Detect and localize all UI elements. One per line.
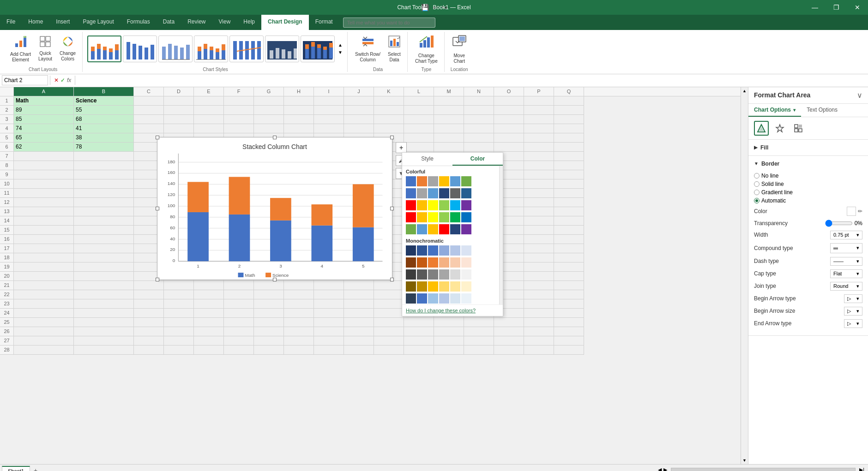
chart-container[interactable]: Stacked Column Chart 0 20 40 60 80 100 1… xyxy=(157,137,392,280)
cell-A7[interactable] xyxy=(14,152,74,161)
swatch[interactable] xyxy=(450,176,460,186)
cell-H24[interactable] xyxy=(284,309,314,318)
color-edit-icon[interactable]: ✏ xyxy=(858,208,862,215)
col-header-J[interactable]: J xyxy=(344,87,374,96)
cell-col10-1[interactable] xyxy=(374,96,404,106)
search-input[interactable] xyxy=(343,18,435,28)
cell-C26[interactable] xyxy=(134,327,164,336)
cell-F26[interactable] xyxy=(224,327,254,336)
horizontal-scrollbar[interactable] xyxy=(671,468,856,471)
cell-B22[interactable] xyxy=(74,290,134,299)
cell-G2[interactable] xyxy=(254,106,284,115)
tab-format[interactable]: Format xyxy=(309,15,339,30)
color-popup-footer[interactable]: How do I change these colors? xyxy=(402,304,503,316)
cell-B25[interactable] xyxy=(74,318,134,327)
col-header-M[interactable]: M xyxy=(434,87,464,96)
cell-F1[interactable] xyxy=(224,96,254,106)
cell-B3[interactable]: 68 xyxy=(74,115,134,124)
cell-col8-3[interactable] xyxy=(314,115,344,124)
cell-col8-4[interactable] xyxy=(314,124,344,133)
cell-E3[interactable] xyxy=(194,115,224,124)
swatch[interactable] xyxy=(450,200,460,210)
swatch[interactable] xyxy=(461,200,471,210)
cell-A11[interactable] xyxy=(14,189,74,198)
cell-col12-25[interactable] xyxy=(434,318,464,327)
col-header-Q[interactable]: Q xyxy=(554,87,584,96)
cell-col9-25[interactable] xyxy=(344,318,374,327)
move-chart-button[interactable]: MoveChart xyxy=(449,32,470,66)
solid-line-option[interactable]: Solid line xyxy=(754,180,862,188)
cell-B6[interactable]: 78 xyxy=(74,143,134,152)
cell-D28[interactable] xyxy=(164,346,194,355)
swatch[interactable] xyxy=(428,293,438,304)
cell-col15-12[interactable] xyxy=(524,198,554,207)
add-element-btn[interactable]: + xyxy=(396,142,407,153)
cell-col10-26[interactable] xyxy=(374,327,404,336)
chart-style-1[interactable] xyxy=(87,36,121,62)
cell-D2[interactable] xyxy=(164,106,194,115)
automatic-radio[interactable] xyxy=(754,198,760,203)
cell-col15-22[interactable] xyxy=(524,290,554,299)
cell-H21[interactable] xyxy=(284,281,314,290)
swatch[interactable] xyxy=(406,188,416,198)
swatch[interactable] xyxy=(461,269,471,280)
cell-col15-8[interactable] xyxy=(524,161,554,170)
swatch[interactable] xyxy=(428,269,438,280)
width-dropdown[interactable]: 0.75 pt ▾ xyxy=(830,231,862,239)
cell-A17[interactable] xyxy=(14,244,74,253)
chart-style-7[interactable] xyxy=(301,36,335,62)
cell-A14[interactable] xyxy=(14,216,74,226)
cell-B14[interactable] xyxy=(74,216,134,226)
tab-data[interactable]: Data xyxy=(157,15,181,30)
swatch[interactable] xyxy=(406,281,416,292)
cell-F24[interactable] xyxy=(224,309,254,318)
cell-col14-26[interactable] xyxy=(494,327,524,336)
cell-F22[interactable] xyxy=(224,290,254,299)
cell-col8-25[interactable] xyxy=(314,318,344,327)
swatch[interactable] xyxy=(450,257,460,268)
cell-F27[interactable] xyxy=(224,336,254,346)
col-header-K[interactable]: K xyxy=(374,87,404,96)
cell-col11-1[interactable] xyxy=(404,96,434,106)
cell-col15-28[interactable] xyxy=(524,346,554,355)
cell-col12-2[interactable] xyxy=(434,106,464,115)
cell-H4[interactable] xyxy=(284,124,314,133)
cell-B18[interactable] xyxy=(74,253,134,262)
swatch[interactable] xyxy=(428,212,438,222)
cell-A16[interactable] xyxy=(14,235,74,244)
cell-A26[interactable] xyxy=(14,327,74,336)
cell-A3[interactable]: 85 xyxy=(14,115,74,124)
cell-E24[interactable] xyxy=(194,309,224,318)
cell-C28[interactable] xyxy=(134,346,164,355)
swatch[interactable] xyxy=(461,281,471,292)
quick-layout-button[interactable]: QuickLayout xyxy=(36,34,55,64)
cell-col15-9[interactable] xyxy=(524,170,554,179)
cell-col15-18[interactable] xyxy=(524,253,554,262)
cell-C4[interactable] xyxy=(134,124,164,133)
cell-C25[interactable] xyxy=(134,318,164,327)
begin-arrow-type-dropdown[interactable]: ▷ ▾ xyxy=(844,294,862,303)
cell-col15-27[interactable] xyxy=(524,336,554,346)
cell-col11-25[interactable] xyxy=(404,318,434,327)
swatch[interactable] xyxy=(406,212,416,222)
cell-col10-25[interactable] xyxy=(374,318,404,327)
col-header-L[interactable]: L xyxy=(404,87,434,96)
add-chart-element-button[interactable]: + Add ChartElement xyxy=(7,33,34,65)
cell-B27[interactable] xyxy=(74,336,134,346)
col-header-H[interactable]: H xyxy=(284,87,314,96)
cell-H2[interactable] xyxy=(284,106,314,115)
cell-B4[interactable]: 41 xyxy=(74,124,134,133)
swatch[interactable] xyxy=(461,257,471,268)
chart-handle-l[interactable] xyxy=(156,207,159,210)
cell-col15-3[interactable] xyxy=(524,115,554,124)
cell-E27[interactable] xyxy=(194,336,224,346)
cell-col9-26[interactable] xyxy=(344,327,374,336)
cell-col9-4[interactable] xyxy=(344,124,374,133)
col-header-I[interactable]: I xyxy=(314,87,344,96)
cell-col11-28[interactable] xyxy=(404,346,434,355)
cell-col16-17[interactable] xyxy=(554,244,584,253)
cell-F3[interactable] xyxy=(224,115,254,124)
swatch[interactable] xyxy=(428,245,438,256)
cell-col15-21[interactable] xyxy=(524,281,554,290)
cell-C24[interactable] xyxy=(134,309,164,318)
